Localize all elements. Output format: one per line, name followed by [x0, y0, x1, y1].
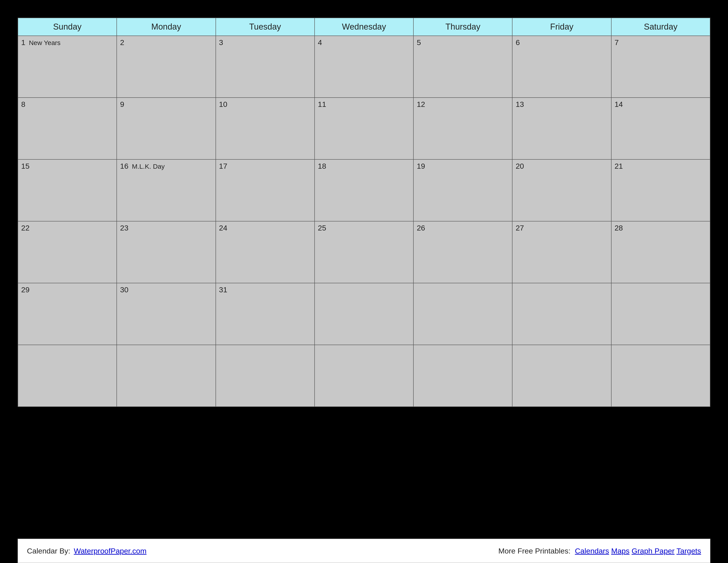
calendar-cell-w4d3: [315, 283, 413, 345]
footer-link-graph-paper[interactable]: Graph Paper: [632, 547, 675, 555]
calendar-cell-w4d2: 31: [216, 283, 315, 345]
day-number: 4: [318, 38, 322, 47]
day-number: 21: [615, 162, 623, 170]
calendar-body: 1New Years2345678910111213141516M.L.K. D…: [18, 36, 710, 407]
calendar-header-row: SundayMondayTuesdayWednesdayThursdayFrid…: [18, 18, 710, 36]
day-number: 27: [516, 224, 524, 232]
week-row-4: 22232425262728: [18, 221, 710, 283]
calendar-cell-w0d2: 3: [216, 36, 315, 98]
calendar-cell-w3d3: 25: [315, 221, 413, 283]
column-header-saturday: Saturday: [611, 18, 710, 36]
week-row-1: 1New Years234567: [18, 36, 710, 98]
calendar-cell-w2d1: 16M.L.K. Day: [117, 159, 216, 221]
day-number: 1: [21, 38, 25, 47]
calendar-cell-w3d1: 23: [117, 221, 216, 283]
day-number: 19: [417, 162, 425, 170]
calendar-cell-w0d4: 5: [413, 36, 512, 98]
calendar-cell-w0d1: 2: [117, 36, 216, 98]
footer-left: Calendar By: WaterproofPaper.com: [27, 547, 146, 555]
calendar-cell-w2d2: 17: [216, 159, 315, 221]
day-number: 15: [21, 162, 30, 170]
calendar-cell-w3d2: 24: [216, 221, 315, 283]
footer-links: Calendars Maps Graph Paper Targets: [575, 547, 701, 555]
week-row-3: 1516M.L.K. Day1718192021: [18, 159, 710, 221]
day-number: 9: [120, 100, 124, 109]
calendar-cell-w4d1: 30: [117, 283, 216, 345]
calendar-cell-w1d6: 14: [611, 98, 710, 159]
calendar-cell-w1d2: 10: [216, 98, 315, 159]
calendar-cell-w4d0: 29: [18, 283, 117, 345]
footer-link-maps[interactable]: Maps: [611, 547, 629, 555]
calendar-cell-w2d4: 19: [413, 159, 512, 221]
calendar-table: SundayMondayTuesdayWednesdayThursdayFrid…: [18, 18, 710, 407]
day-number: 7: [615, 38, 619, 47]
column-header-wednesday: Wednesday: [315, 18, 413, 36]
calendar-cell-w3d4: 26: [413, 221, 512, 283]
column-header-tuesday: Tuesday: [216, 18, 315, 36]
more-free-label: More Free Printables:: [498, 547, 570, 555]
calendar-cell-w4d6: [611, 283, 710, 345]
column-header-sunday: Sunday: [18, 18, 117, 36]
day-number: 29: [21, 286, 30, 294]
calendar-cell-w1d1: 9: [117, 98, 216, 159]
calendar-cell-w2d3: 18: [315, 159, 413, 221]
column-header-monday: Monday: [117, 18, 216, 36]
calendar-cell-w3d6: 28: [611, 221, 710, 283]
calendar-cell-w3d0: 22: [18, 221, 117, 283]
calendar-cell-w1d4: 12: [413, 98, 512, 159]
column-header-thursday: Thursday: [413, 18, 512, 36]
calendar-cell-w5d2: [216, 345, 315, 407]
week-row-2: 891011121314: [18, 98, 710, 159]
day-number: 20: [516, 162, 524, 170]
calendar-cell-w0d0: 1New Years: [18, 36, 117, 98]
day-number: 17: [219, 162, 227, 170]
day-number: 12: [417, 100, 425, 109]
calendar-cell-w5d5: [512, 345, 611, 407]
day-number: 6: [516, 38, 520, 47]
calendar-cell-w2d6: 21: [611, 159, 710, 221]
calendar-by-label: Calendar By:: [27, 547, 70, 555]
day-number: 16: [120, 162, 128, 170]
calendar-cell-w0d3: 4: [315, 36, 413, 98]
calendar-cell-w1d0: 8: [18, 98, 117, 159]
waterproof-link[interactable]: WaterproofPaper.com: [74, 547, 146, 555]
day-number: 22: [21, 224, 30, 232]
calendar-cell-w2d5: 20: [512, 159, 611, 221]
calendar-cell-w5d3: [315, 345, 413, 407]
calendar-cell-w0d6: 7: [611, 36, 710, 98]
calendar-cell-w5d4: [413, 345, 512, 407]
calendar-cell-w4d5: [512, 283, 611, 345]
week-row-6: [18, 345, 710, 407]
day-number: 5: [417, 38, 421, 47]
calendar-cell-w5d6: [611, 345, 710, 407]
day-number: 18: [318, 162, 326, 170]
footer-link-calendars[interactable]: Calendars: [575, 547, 609, 555]
week-row-5: 293031: [18, 283, 710, 345]
day-number: 23: [120, 224, 128, 232]
calendar-cell-w0d5: 6: [512, 36, 611, 98]
calendar-cell-w5d0: [18, 345, 117, 407]
column-header-friday: Friday: [512, 18, 611, 36]
day-number: 26: [417, 224, 425, 232]
footer-right: More Free Printables: Calendars Maps Gra…: [498, 547, 701, 555]
calendar-cell-w4d4: [413, 283, 512, 345]
day-number: 24: [219, 224, 227, 232]
calendar-cell-w5d1: [117, 345, 216, 407]
day-number: 14: [615, 100, 623, 109]
calendar-cell-w1d3: 11: [315, 98, 413, 159]
day-number: 3: [219, 38, 223, 47]
day-number: 25: [318, 224, 326, 232]
calendar-container: SundayMondayTuesdayWednesdayThursdayFrid…: [18, 18, 710, 537]
day-number: 13: [516, 100, 524, 109]
day-number: 31: [219, 286, 227, 294]
footer-link-separator: [675, 547, 677, 555]
day-number: 2: [120, 38, 124, 47]
footer: Calendar By: WaterproofPaper.com More Fr…: [18, 539, 710, 563]
day-number: 8: [21, 100, 25, 109]
day-number: 28: [615, 224, 623, 232]
calendar-cell-w1d5: 13: [512, 98, 611, 159]
holiday-label: New Years: [29, 39, 60, 46]
footer-link-separator: [630, 547, 632, 555]
day-number: 11: [318, 100, 326, 109]
footer-link-targets[interactable]: Targets: [677, 547, 701, 555]
